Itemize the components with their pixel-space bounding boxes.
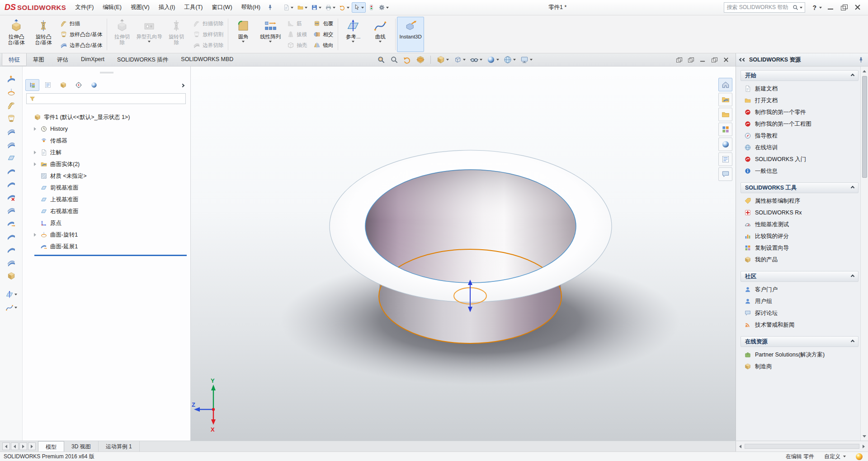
tree-item-front-plane[interactable]: 前视基准面 <box>23 182 190 194</box>
tab-features[interactable]: 特征 <box>2 53 27 66</box>
menu-edit[interactable]: 编辑(E) <box>98 1 126 14</box>
task-tab-resources[interactable] <box>718 78 732 91</box>
open-document-button[interactable] <box>296 3 309 12</box>
property-manager-tab[interactable] <box>41 79 55 91</box>
surface-fill-button[interactable] <box>5 179 17 190</box>
revolved-boss-button[interactable]: 旋转凸 台/基体 <box>30 17 57 52</box>
save-button[interactable] <box>310 3 323 12</box>
shell-button[interactable]: 抽壳 <box>285 41 309 49</box>
lofted-cut-button[interactable]: 放样切割 <box>191 30 225 38</box>
display-style-button[interactable] <box>452 55 467 65</box>
pin-task-pane-icon[interactable] <box>858 57 864 63</box>
section-community-header[interactable]: 社区 <box>741 271 859 282</box>
surface-offset-button[interactable] <box>5 139 17 150</box>
my-products-item[interactable]: 我的产品 <box>741 254 859 266</box>
getting-started-item[interactable]: SOLIDWORKS 入门 <box>741 153 859 165</box>
surface-boundary-button[interactable] <box>5 126 17 137</box>
customize-menu[interactable]: 自定义 <box>824 453 846 461</box>
configuration-manager-tab[interactable] <box>56 79 70 91</box>
tree-item-surface-revolve1[interactable]: 曲面-旋转1 <box>23 229 190 241</box>
tree-item-right-plane[interactable]: 右视基准面 <box>23 205 190 217</box>
menu-pin-icon[interactable] <box>265 4 275 11</box>
edit-appearance-button[interactable] <box>486 55 500 65</box>
swept-boss-button[interactable]: 扫描 <box>58 19 104 28</box>
options-button[interactable] <box>377 3 390 12</box>
mirror-button[interactable]: 镜向 <box>311 41 335 49</box>
hide-show-items-button[interactable] <box>469 55 483 65</box>
help-button[interactable]: ? <box>809 4 818 11</box>
restore-button[interactable] <box>841 5 847 10</box>
scroll-down-icon[interactable] <box>862 433 868 439</box>
curves-tool-button[interactable] <box>5 302 17 313</box>
menu-view[interactable]: 视图(V) <box>126 1 154 14</box>
rebuild-button[interactable] <box>367 3 376 12</box>
tree-item-sensors[interactable]: 传感器 <box>23 135 190 147</box>
search-dropdown-icon[interactable] <box>800 7 802 9</box>
boundary-cut-button[interactable]: 边界切除 <box>191 41 225 49</box>
graphics-area[interactable]: Y Z X <box>191 67 736 441</box>
collapse-task-pane-icon[interactable] <box>740 58 745 61</box>
online-training-item[interactable]: 在线培训 <box>741 142 859 153</box>
dimxpert-manager-tab[interactable] <box>71 79 85 91</box>
scroll-left-icon[interactable] <box>737 443 743 450</box>
surface-extrude-button[interactable] <box>5 74 17 85</box>
task-tab-design-library[interactable] <box>718 93 732 106</box>
surface-replace-face-button[interactable] <box>5 205 17 216</box>
scroll-up-icon[interactable] <box>862 68 868 74</box>
partner-solutions-item[interactable]: Partner Solutions(解决方案) <box>741 349 859 361</box>
swept-cut-button[interactable]: 扫描切除 <box>191 19 225 28</box>
surface-untrim-button[interactable] <box>5 244 17 255</box>
previous-view-button[interactable] <box>402 55 413 65</box>
wrap-button[interactable]: 包覆 <box>311 19 335 28</box>
last-tab-button[interactable] <box>28 442 36 450</box>
tab-3d-views[interactable]: 3D 视图 <box>64 441 99 451</box>
tab-model[interactable]: 模型 <box>38 441 64 451</box>
doc-cascade-icon[interactable] <box>688 57 693 62</box>
flyout-expand-icon[interactable] <box>178 80 188 90</box>
surface-ruled-button[interactable] <box>5 166 17 176</box>
menu-help[interactable]: 帮助(H) <box>237 1 265 14</box>
task-pane-scrollbar[interactable] <box>860 67 868 441</box>
section-view-button[interactable] <box>415 55 426 65</box>
linear-pattern-button[interactable]: 线性阵列 <box>257 17 284 52</box>
doc-split-icon[interactable] <box>676 57 682 62</box>
draft-button[interactable]: 拔模 <box>285 30 309 38</box>
display-manager-tab[interactable] <box>87 79 101 91</box>
new-document-item[interactable]: 新建文档 <box>741 83 859 95</box>
surface-sweep-button[interactable] <box>5 100 17 111</box>
zoom-fit-button[interactable] <box>376 55 387 65</box>
instant3d-button[interactable]: Instant3D <box>397 17 424 52</box>
surface-delete-face-button[interactable] <box>5 192 17 203</box>
solidworks-rx-item[interactable]: SOLIDWORKS Rx <box>741 207 859 219</box>
tree-item-annotations[interactable]: 注解 <box>23 147 190 158</box>
tree-item-material[interactable]: 材质 <未指定> <box>23 170 190 182</box>
boundary-boss-button[interactable]: 边界凸台/基体 <box>58 41 104 49</box>
feature-manager-tab[interactable] <box>25 79 39 91</box>
manufacturers-item[interactable]: 制造商 <box>741 361 859 372</box>
model-3d[interactable]: Y Z X <box>191 67 736 441</box>
revolved-cut-button[interactable]: 旋转切 除 <box>163 17 190 52</box>
performance-benchmark-item[interactable]: 性能基准测试 <box>741 219 859 230</box>
help-dropdown-icon[interactable] <box>819 7 822 9</box>
task-tab-file-explorer[interactable] <box>718 108 732 121</box>
panel-splitter-handle[interactable] <box>23 67 190 78</box>
surface-loft-button[interactable] <box>5 113 17 124</box>
task-pane-horizontal-scrollbar[interactable] <box>736 441 868 451</box>
fillet-button[interactable]: 圆角 <box>230 17 257 52</box>
hole-wizard-button[interactable]: 异型孔向导 <box>136 17 163 52</box>
close-button[interactable] <box>854 5 861 10</box>
tree-item-surface-bodies[interactable]: 曲面实体(2) <box>23 158 190 170</box>
next-tab-button[interactable] <box>19 442 27 450</box>
tree-item-history[interactable]: History <box>23 123 190 135</box>
hscroll-track[interactable] <box>745 444 859 449</box>
minimize-button[interactable] <box>827 5 834 10</box>
tab-dimxpert[interactable]: DimXpert <box>75 53 111 66</box>
first-part-item[interactable]: 制作我的第一个零件 <box>741 106 859 118</box>
doc-restore-button[interactable] <box>712 57 717 62</box>
surface-planar-button[interactable] <box>5 152 17 163</box>
scroll-right-icon[interactable] <box>861 443 867 450</box>
tutorials-item[interactable]: 指导教程 <box>741 130 859 142</box>
tree-item-top-plane[interactable]: 上视基准面 <box>23 194 190 205</box>
property-tab-builder-item[interactable]: 属性标签编制程序 <box>741 195 859 207</box>
menu-file[interactable]: 文件(F) <box>71 1 98 14</box>
